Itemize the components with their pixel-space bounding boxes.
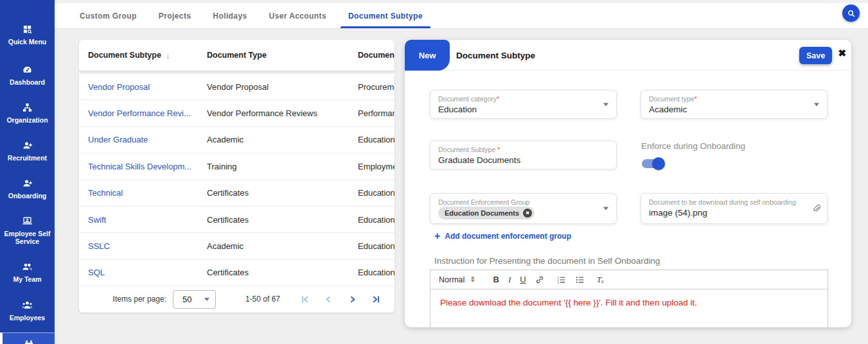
enforce-onboarding-toggle[interactable] (642, 159, 663, 168)
enforce-onboarding-label: Enforce during Onboarding (641, 141, 745, 151)
italic-button[interactable]: I (508, 275, 511, 285)
document-enforcement-group-select[interactable]: Document Enforcement Group Education Doc… (430, 193, 617, 224)
cell-subtype-link[interactable]: Under Graduate (88, 127, 148, 153)
column-header-document-subtype[interactable]: Document Subtype ↓ (88, 40, 170, 71)
download-document-field[interactable]: Document to be download during self onbo… (641, 193, 828, 224)
user-plus-icon (0, 177, 55, 189)
cell-type: Academic (207, 233, 244, 259)
tab-holidays[interactable]: Holidays (205, 3, 254, 28)
cell-category: Education (358, 207, 394, 232)
field-value: Education (438, 105, 608, 114)
cell-subtype-link[interactable]: Vendor Proposal (88, 74, 150, 99)
sidebar-item-employee-self-service[interactable]: Employee Self Service (0, 215, 55, 245)
instruction-label: Instruction for Presenting the document … (434, 256, 660, 266)
sidebar-item-label: Recruitment (0, 154, 55, 162)
page-size-select[interactable]: 50 (173, 290, 216, 309)
table-row[interactable]: Technical Skills Developm... Training Em… (79, 153, 394, 180)
cell-subtype-link[interactable]: Swift (88, 207, 106, 232)
bullet-list-icon[interactable] (575, 275, 585, 284)
field-label: Document type (649, 95, 695, 103)
cell-subtype-link[interactable]: SSLC (88, 233, 110, 259)
table-row[interactable]: Technical Certificates Education (79, 180, 394, 207)
table-row[interactable]: Swift Certificates Education (79, 207, 394, 233)
sidebar-item-dashboard[interactable]: Dashboard (0, 64, 55, 86)
sidebar-item-label: Quick Menu (0, 38, 55, 46)
first-page-icon[interactable] (296, 291, 313, 307)
cell-category: Education (358, 260, 394, 286)
tab-document-subtype[interactable]: Document Subtype (341, 3, 430, 28)
cell-subtype-link[interactable]: Technical Skills Developm... (88, 153, 191, 179)
table-header: Document Subtype ↓ Document Type Documen… (79, 40, 394, 71)
cell-subtype-link[interactable]: SQL (88, 260, 105, 286)
paperclip-icon[interactable] (811, 203, 820, 216)
cell-category: Education (358, 180, 394, 206)
last-page-icon[interactable] (368, 291, 384, 307)
sidebar-item-onboarding[interactable]: Onboarding (0, 177, 55, 200)
field-value: image (54).png (649, 208, 819, 218)
column-header-document-type[interactable]: Document Type (207, 40, 267, 71)
chevron-down-icon (204, 298, 209, 301)
required-asterisk: * (497, 146, 500, 153)
tab-custom-group[interactable]: Custom Group (72, 3, 145, 28)
tab-projects[interactable]: Projects (151, 3, 199, 28)
next-page-icon[interactable] (344, 291, 360, 307)
sidebar-item-organization[interactable]: Organization (0, 101, 55, 124)
sidebar-item-label: Dashboard (0, 78, 55, 86)
field-label: Document Enforcement Group (438, 198, 529, 206)
link-icon[interactable] (535, 275, 544, 284)
page-range-label: 1-50 of 67 (245, 295, 280, 304)
search-button[interactable] (842, 4, 860, 22)
chevron-down-icon (603, 207, 608, 211)
document-type-select[interactable]: Document type* Academic (641, 90, 828, 119)
cell-category: Procureme (358, 74, 394, 99)
ordered-list-icon[interactable]: 123 (556, 275, 566, 284)
required-asterisk: * (695, 95, 697, 103)
table-row[interactable]: Vendor Performance Revi... Vendor Perfor… (79, 100, 394, 126)
cell-type: Certificates (207, 180, 249, 206)
panel-title: Document Subtype (456, 40, 535, 71)
binoculars-icon (3, 338, 55, 344)
editor-content[interactable]: Please download the document '{{ here }}… (430, 289, 828, 316)
grid-search-icon (0, 23, 55, 35)
document-subtype-input[interactable]: Document Subtype * Graduate Documents (430, 141, 617, 169)
cell-subtype-link[interactable]: Technical (88, 180, 123, 206)
tab-user-accounts[interactable]: User Accounts (261, 3, 334, 28)
save-button[interactable]: Save (799, 47, 832, 64)
table-row[interactable]: Under Graduate Academic Education (79, 127, 394, 153)
table-body: Vendor Proposal Vendor Proposal Procurem… (79, 74, 394, 313)
sidebar-item-label: Organization (0, 116, 55, 124)
table-row[interactable]: SSLC Academic Education (79, 233, 394, 259)
search-icon (847, 9, 856, 18)
cell-category: Education (358, 127, 394, 153)
cell-category: Performan (358, 100, 394, 126)
gauge-icon (0, 64, 55, 75)
user-plus-icon (0, 139, 55, 151)
close-icon[interactable]: ✖ (838, 48, 846, 58)
sidebar-item-my-team[interactable]: My Team (0, 261, 55, 283)
updown-arrows-icon[interactable]: ⇕ (470, 275, 475, 284)
sidebar-item-quick-menu[interactable]: Quick Menu (0, 23, 55, 46)
field-label: Document category (438, 95, 497, 103)
column-header-document-category[interactable]: Document C (358, 40, 394, 71)
sort-desc-icon[interactable]: ↓ (166, 51, 170, 60)
table-row[interactable]: Vendor Proposal Vendor Proposal Procurem… (79, 74, 394, 100)
chip-remove-icon[interactable]: ✖ (523, 209, 532, 218)
sidebar-item-selected[interactable] (0, 332, 55, 344)
add-enforcement-group-link[interactable]: + Add document enforcement group (434, 230, 571, 242)
format-select[interactable]: Normal (439, 275, 465, 284)
items-per-page-label: Items per page: (113, 295, 166, 304)
users-icon (0, 261, 55, 272)
bold-button[interactable]: B (493, 275, 499, 284)
table-row[interactable]: SQL Certificates Education (79, 260, 394, 286)
document-category-select[interactable]: Document category* Education (430, 90, 617, 119)
new-tab[interactable]: New (405, 40, 450, 71)
chip-label: Education Documents (445, 209, 519, 217)
enforcement-group-chip: Education Documents ✖ (438, 207, 535, 219)
sidebar-item-recruitment[interactable]: Recruitment (0, 139, 55, 162)
previous-page-icon[interactable] (320, 291, 337, 307)
field-value: Graduate Documents (438, 155, 608, 165)
underline-button[interactable]: U (520, 275, 526, 284)
clear-formatting-button[interactable]: Tₓ (597, 275, 604, 285)
sidebar-item-employees[interactable]: Employees (0, 299, 55, 322)
cell-subtype-link[interactable]: Vendor Performance Revi... (88, 100, 191, 126)
